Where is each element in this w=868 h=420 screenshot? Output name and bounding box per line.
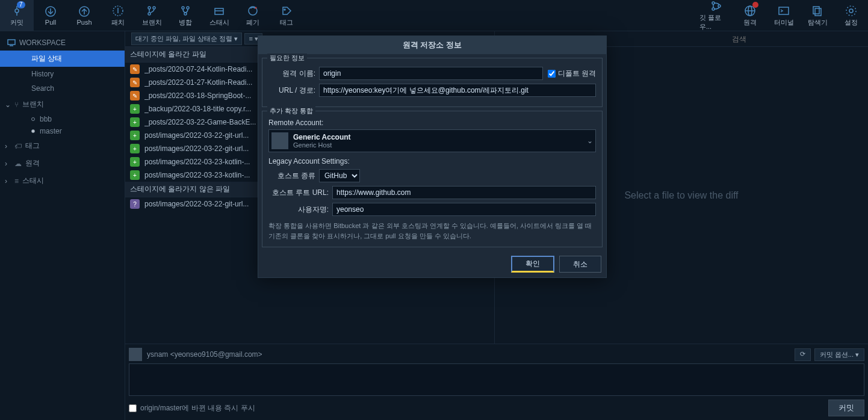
settings-button[interactable]: 설정 xyxy=(834,0,868,31)
svg-point-11 xyxy=(153,7,155,9)
svg-rect-26 xyxy=(779,7,789,14)
terminal-icon xyxy=(778,5,790,17)
url-input[interactable] xyxy=(319,84,596,97)
remote-name-input[interactable] xyxy=(319,67,543,80)
explorer-label: 탐색기 xyxy=(808,18,828,27)
terminal-label: 터미널 xyxy=(774,18,794,27)
svg-point-14 xyxy=(184,13,187,15)
sidebar-item-search[interactable]: Search xyxy=(0,81,125,96)
branch-label: 브랜치 xyxy=(142,18,162,27)
patch-button[interactable]: 패치 xyxy=(101,0,135,31)
history-icon-button[interactable]: ⟳ xyxy=(795,348,811,361)
push-label: Push xyxy=(76,19,91,26)
remote-label: 원격 xyxy=(743,18,757,27)
chevron-icon: › xyxy=(5,142,12,150)
sidebar-item-file-status[interactable]: 파일 상태 xyxy=(0,51,125,67)
stash-button[interactable]: 스태시 xyxy=(202,0,236,31)
discard-icon xyxy=(247,5,259,17)
sidebar-category-stashes[interactable]: ›≡스태시 xyxy=(0,172,125,190)
branch-bbb[interactable]: bbb xyxy=(0,113,125,125)
terminal-button[interactable]: 터미널 xyxy=(767,0,801,31)
settings-icon xyxy=(845,5,857,17)
default-remote-input[interactable] xyxy=(548,70,556,78)
patch-icon xyxy=(112,5,124,17)
tag-label: 태그 xyxy=(280,18,293,27)
badge: 7 xyxy=(17,1,25,8)
legacy-settings-label: Legacy Account Settings: xyxy=(268,157,596,165)
svg-point-21 xyxy=(712,8,715,10)
category-label: 원격 xyxy=(25,158,40,168)
svg-point-13 xyxy=(187,7,189,9)
push-button[interactable]: Push xyxy=(67,0,101,31)
svg-point-29 xyxy=(849,9,853,13)
commit-options-dropdown[interactable]: 커밋 옵션... ▾ xyxy=(814,348,864,361)
dialog-title: 원격 저장소 정보 xyxy=(258,36,606,54)
svg-point-20 xyxy=(712,2,715,4)
cancel-button[interactable]: 취소 xyxy=(559,256,601,273)
file-status-icon: ✎ xyxy=(130,91,140,100)
gitflow-label: 깃 플로우... xyxy=(699,13,733,31)
branch-button[interactable]: 브랜치 xyxy=(135,0,169,31)
commit-button[interactable]: 커밋 xyxy=(828,400,864,416)
svg-rect-28 xyxy=(815,8,821,16)
file-name: post/images/2022-03-22-git-url... xyxy=(144,144,249,153)
username-input[interactable] xyxy=(332,203,596,216)
push-icon xyxy=(78,5,90,17)
pull-button[interactable]: Pull xyxy=(34,0,67,31)
svg-point-10 xyxy=(148,13,150,15)
remote-button[interactable]: 원격 xyxy=(733,0,767,31)
sidebar-item-history[interactable]: History xyxy=(0,67,125,81)
merge-button[interactable]: 병합 xyxy=(169,0,202,31)
remote-account-label: Remote Account: xyxy=(268,119,596,127)
file-name: _backup/2022-03-18-title copy.r... xyxy=(144,105,251,113)
push-checkbox-label: origin/master에 바뀐 내용 즉시 푸시 xyxy=(140,403,255,413)
default-remote-checkbox[interactable]: 디폴트 원격 xyxy=(548,69,596,79)
file-name: _posts/2022-01-27-Kotlin-Readi... xyxy=(144,78,252,87)
file-status-icon: ✎ xyxy=(130,64,140,74)
tag-button[interactable]: 태그 xyxy=(270,0,303,31)
integration-hint: 확장 통합을 사용하면 Bitbucket 과 같은 외부 호스팅과 연계할 수… xyxy=(268,221,596,241)
search-input[interactable] xyxy=(732,35,864,43)
stash-icon xyxy=(213,5,225,17)
account-host: Generic Host xyxy=(293,141,351,149)
host-root-label: 호스트 루트 URL: xyxy=(268,188,329,198)
discard-button[interactable]: 폐기 xyxy=(236,0,270,31)
remote-settings-dialog: 원격 저장소 정보 필요한 정보 원격 이름: 디폴트 원격 URL / 경로:… xyxy=(258,36,607,278)
category-label: 스태시 xyxy=(22,176,44,186)
svg-point-30 xyxy=(846,6,856,16)
gitflow-button[interactable]: 깃 플로우... xyxy=(699,0,733,31)
commit-author: ysnam <yeonseo9105@gmail.com> xyxy=(147,350,262,359)
sidebar-category-remotes[interactable]: ›☁원격 xyxy=(0,155,125,172)
push-immediately-checkbox[interactable]: origin/master에 바뀐 내용 즉시 푸시 xyxy=(129,403,255,413)
push-checkbox-input[interactable] xyxy=(129,404,137,412)
sidebar-category-tags[interactable]: ›🏷태그 xyxy=(0,137,125,155)
file-name: _posts/2022-03-18-SpringBoot-... xyxy=(144,91,251,100)
ok-button[interactable]: 확인 xyxy=(511,256,554,273)
file-status-icon: + xyxy=(130,144,140,153)
file-name: post/images/2022-03-22-git-url... xyxy=(144,131,249,140)
tag-icon xyxy=(281,5,293,17)
chevron-icon: › xyxy=(5,177,12,185)
default-remote-label: 디폴트 원격 xyxy=(558,69,596,79)
svg-point-19 xyxy=(284,9,285,10)
stash-label: 스태시 xyxy=(209,18,229,27)
host-type-label: 호스트 종류 xyxy=(268,171,315,181)
file-name: _posts/2022-03-22-Game-BackE... xyxy=(144,118,256,126)
url-label: URL / 경로: xyxy=(268,85,315,96)
sidebar-category-branches[interactable]: ⌄⑂브랜치 xyxy=(0,96,125,113)
category-label: 브랜치 xyxy=(22,99,44,110)
svg-rect-15 xyxy=(215,8,223,14)
commit-button[interactable]: 커밋7 xyxy=(0,0,34,31)
remotes-icon: ☁ xyxy=(14,159,22,168)
notification-badge xyxy=(752,2,758,8)
host-root-input[interactable] xyxy=(332,186,596,199)
explorer-button[interactable]: 탐색기 xyxy=(801,0,834,31)
branch-master[interactable]: master xyxy=(0,125,125,137)
sort-dropdown[interactable]: 대기 중인 파일, 파일 상태순 정렬 ▾ xyxy=(131,32,242,45)
workspace-header: WORKSPACE xyxy=(0,35,125,51)
svg-point-18 xyxy=(255,7,257,8)
branch-indicator-icon xyxy=(31,129,35,133)
commit-message-input[interactable] xyxy=(129,363,864,396)
account-dropdown[interactable]: Generic Account Generic Host ⌄ xyxy=(268,129,596,152)
host-type-select[interactable]: GitHub xyxy=(319,169,360,182)
